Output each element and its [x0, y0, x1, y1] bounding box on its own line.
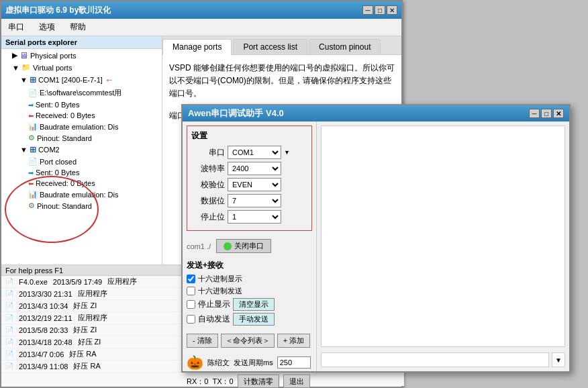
- status-text: For help press F1: [5, 266, 63, 275]
- pinout-icon: ⚙: [28, 134, 35, 142]
- clear-button[interactable]: - 清除: [187, 334, 218, 348]
- setting-row-serial: 串口 COM1COM2COM3 ▼: [191, 146, 307, 159]
- hex-send-checkbox[interactable]: [187, 287, 195, 295]
- auto-send-label: 自动发送: [198, 313, 230, 325]
- sidebar-item-com1-received[interactable]: ⬅ Received: 0 Bytes: [1, 110, 162, 121]
- file-icon-7: 📄: [5, 350, 13, 358]
- sidebar-item-com1-sent[interactable]: ➡ Sent: 0 Bytes: [1, 99, 162, 110]
- hex-display-checkbox[interactable]: [187, 275, 195, 283]
- com2-sent-label: Sent: 0 Bytes: [36, 168, 79, 177]
- main-title: 虚拟串口驱动 6.9 by歌川汉化: [5, 5, 111, 16]
- virtual-ports-label: Virtual ports: [33, 64, 72, 72]
- cmd-list-button[interactable]: ＜命令列表＞: [221, 334, 275, 348]
- send-period-input[interactable]: 250: [277, 356, 311, 369]
- file-date-3: 2013/4/3 10:34: [19, 302, 68, 310]
- stop-display-checkbox[interactable]: [187, 300, 195, 309]
- serial-dropdown-icon: ▼: [284, 149, 290, 156]
- tab-port-access[interactable]: Port access list: [233, 39, 307, 54]
- receive-area: [321, 126, 565, 347]
- sidebar-item-com2[interactable]: ▼ ⊞ COM2: [1, 144, 162, 156]
- sidebar-item-com1-pinout[interactable]: ⚙ Pinout: Standard: [1, 132, 162, 144]
- sidebar-item-com1-path[interactable]: 📄 E:\software\scommtest用: [1, 87, 162, 99]
- hex-send-row: 十六进制发送: [187, 286, 312, 296]
- hex-send-label: 十六进制发送: [198, 286, 242, 296]
- menu-bar: 串口 选项 帮助: [1, 19, 401, 36]
- stopbits-label: 停止位: [191, 211, 225, 223]
- file-date-2: 2013/3/30 21:31: [19, 290, 72, 298]
- tab-custom-pinout[interactable]: Custom pinout: [309, 39, 381, 54]
- close-button[interactable]: ✕: [387, 5, 397, 15]
- send-input-row: ▼: [321, 352, 565, 367]
- sidebar-item-com2-baudrate[interactable]: 📊 Baudrate emulation: Dis: [1, 189, 162, 200]
- green-status-indicator: [224, 242, 232, 250]
- com1-sent-label: Sent: 0 Bytes: [36, 101, 79, 109]
- menu-help[interactable]: 帮助: [66, 20, 90, 34]
- arrow-indicator: ←: [105, 75, 114, 85]
- sidebar-item-com1-baudrate[interactable]: 📊 Baudrate emulation: Dis: [1, 121, 162, 132]
- setting-row-databits: 数据位 7856: [191, 194, 307, 207]
- com2-status-label: Port closed: [40, 158, 77, 166]
- sidebar-item-com2-received[interactable]: ⬅ Received: 0 Bytes: [1, 178, 162, 189]
- stopbits-select[interactable]: 11.52: [228, 210, 281, 224]
- awen-right-panel: ▼: [317, 122, 569, 371]
- action-buttons: - 清除 ＜命令列表＞ + 添加: [187, 334, 312, 348]
- sidebar: Serial ports explorer ▶ 🖥 Physical ports…: [1, 36, 162, 264]
- file-type-2: 应用程序: [78, 289, 107, 299]
- file-date-8: 2013/4/9 11:08: [19, 362, 68, 371]
- settings-title: 设置: [191, 130, 307, 142]
- expand-icon: ▶: [12, 51, 17, 60]
- file-date-4: 2013/2/19 22:11: [19, 314, 72, 322]
- awen-minimize-button[interactable]: ─: [529, 109, 540, 118]
- com2-baudrate-label: Baudrate emulation: Dis: [40, 191, 118, 199]
- sidebar-item-virtual-ports[interactable]: ▼ 📁 Virtual ports: [1, 62, 162, 73]
- file-date-7: 2013/4/7 0:06: [19, 350, 64, 358]
- title-bar: 虚拟串口驱动 6.9 by歌川汉化 ─ □ ✕: [1, 1, 401, 19]
- sidebar-item-com2-pinout[interactable]: ⚙ Pinout: Standard: [1, 200, 162, 211]
- count-clear-button[interactable]: 计数清零: [238, 375, 279, 388]
- minimize-button[interactable]: ─: [362, 5, 373, 15]
- file-type-6: 好压 ZI: [78, 337, 101, 347]
- menu-options[interactable]: 选项: [35, 20, 59, 34]
- restore-button[interactable]: □: [375, 5, 385, 15]
- tx-label: TX：0: [212, 377, 233, 387]
- clear-display-button[interactable]: 清空显示: [233, 298, 275, 311]
- file-icon-1: 📄: [5, 278, 13, 285]
- send-text-input[interactable]: [321, 352, 549, 367]
- menu-serial[interactable]: 串口: [4, 20, 28, 34]
- com1-path-label: E:\software\scommtest用: [40, 88, 121, 98]
- sidebar-header: Serial ports explorer: [1, 36, 162, 49]
- close-port-button[interactable]: 关闭串口: [216, 239, 271, 253]
- collapse-icon3: ▼: [20, 146, 28, 154]
- sidebar-item-physical-ports[interactable]: ▶ 🖥 Physical ports: [1, 49, 162, 62]
- auto-send-row: 自动发送 手动发送: [187, 313, 312, 326]
- baudrate-select[interactable]: 240048009600: [228, 162, 281, 175]
- com2-label: COM2: [38, 146, 60, 154]
- manual-send-button[interactable]: 手动发送: [233, 313, 275, 326]
- pumpkin-icon: 🎃: [187, 354, 203, 371]
- collapse-icon: ▼: [12, 64, 19, 72]
- send-dropdown-button[interactable]: ▼: [552, 352, 565, 367]
- awen-body: 设置 串口 COM1COM2COM3 ▼ 波特率 240048009600 校验…: [183, 122, 569, 371]
- sent-arrow-icon: ➡: [28, 101, 34, 109]
- settings-box: 设置 串口 COM1COM2COM3 ▼ 波特率 240048009600 校验…: [187, 126, 312, 231]
- file-icon-4: 📄: [5, 314, 13, 322]
- exit-button[interactable]: 退出: [283, 375, 310, 388]
- auto-send-checkbox[interactable]: [187, 315, 195, 324]
- tab-manage-ports[interactable]: Manage ports: [162, 39, 232, 55]
- parity-select[interactable]: EVENNONEODD: [228, 178, 281, 191]
- sidebar-item-com2-status[interactable]: 📄 Port closed: [1, 156, 162, 167]
- file-icon-8: 📄: [5, 362, 13, 370]
- awen-close-button[interactable]: ✕: [553, 109, 564, 118]
- file-icon-6: 📄: [5, 338, 13, 346]
- awen-left-panel: 设置 串口 COM1COM2COM3 ▼ 波特率 240048009600 校验…: [183, 122, 317, 371]
- sidebar-item-com2-sent[interactable]: ➡ Sent: 0 Bytes: [1, 167, 162, 178]
- com2-received-label: Received: 0 Bytes: [36, 179, 95, 187]
- sidebar-item-com1[interactable]: ▼ ⊞ COM1 [2400-E-7-1] ←: [1, 73, 162, 87]
- file-icon-2: 📄: [5, 290, 13, 297]
- awen-restore-button[interactable]: □: [541, 109, 552, 118]
- add-cmd-button[interactable]: + 添加: [277, 334, 310, 348]
- awen-window-controls: ─ □ ✕: [529, 109, 564, 118]
- serial-select[interactable]: COM1COM2COM3: [228, 146, 281, 159]
- databits-select[interactable]: 7856: [228, 194, 281, 207]
- stop-display-label: 停止显示: [198, 299, 230, 310]
